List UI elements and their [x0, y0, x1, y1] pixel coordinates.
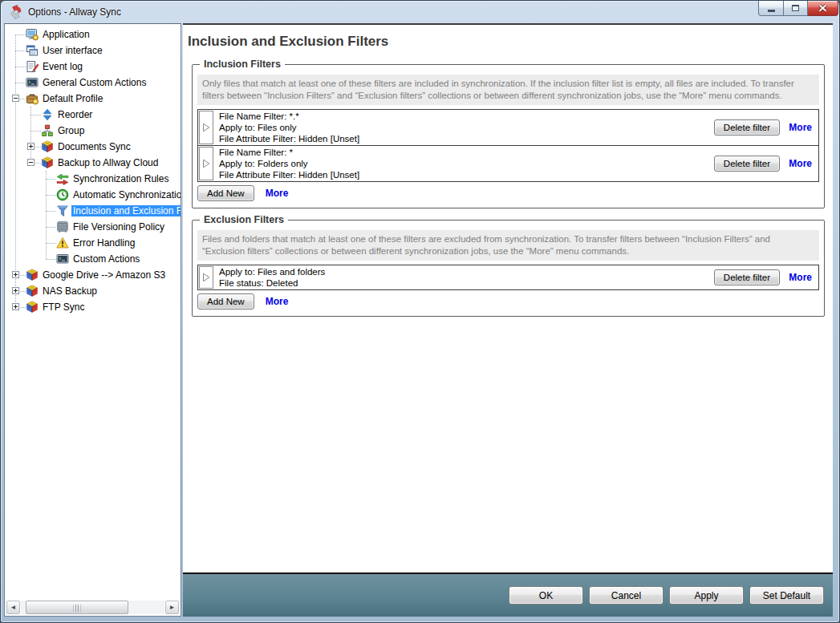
tree-connector [46, 211, 56, 212]
expander-plus-icon[interactable] [12, 287, 19, 294]
console-icon [26, 76, 39, 89]
tree-item-synchronization-rules[interactable]: Synchronization Rules [5, 171, 181, 187]
delete-filter-button[interactable]: Delete filter [714, 269, 780, 285]
apply-button[interactable]: Apply [669, 586, 744, 605]
tree-connector [15, 34, 26, 35]
add-row: Add NewMore [197, 185, 819, 201]
filter-detail-line: File Attribute Filter: Hidden [Unset] [219, 169, 698, 180]
clock-icon [56, 188, 69, 201]
tree-item-inclusion-and-exclusion-filters[interactable]: Inclusion and Exclusion Filters [5, 203, 181, 219]
more-link[interactable]: More [266, 296, 289, 307]
expander-plus-icon[interactable] [12, 271, 19, 278]
sync-arrows-icon [56, 172, 69, 185]
cube-icon [26, 301, 39, 314]
tree-item-custom-actions[interactable]: Custom Actions [5, 251, 181, 267]
set-default-button[interactable]: Set Default [749, 586, 824, 605]
window-title: Options - Allway Sync [28, 6, 121, 18]
more-link[interactable]: More [789, 272, 812, 283]
options-window: Options - Allway Sync ApplicationUser in… [0, 0, 840, 623]
tree-item-event-log[interactable]: Event log [5, 59, 181, 75]
maximize-button[interactable] [784, 1, 808, 16]
add-new-button[interactable]: Add New [197, 293, 254, 309]
tree-item-label: NAS Backup [41, 285, 99, 297]
footer-button-band: OKCancelApplySet Default [183, 572, 833, 617]
page-title: Inclusion and Exclusion Filters [188, 34, 826, 50]
expand-triangle-icon[interactable] [199, 111, 213, 144]
ok-button[interactable]: OK [509, 586, 583, 605]
tree-item-default-profile[interactable]: Default Profile [5, 91, 181, 107]
tree-item-label: Event log [41, 61, 84, 72]
delete-filter-button[interactable]: Delete filter [714, 119, 780, 136]
filter-item[interactable]: Apply to: Files and foldersFile status: … [197, 265, 819, 290]
delete-filter-button[interactable]: Delete filter [714, 156, 780, 172]
maximize-icon [792, 5, 799, 11]
add-new-button[interactable]: Add New [197, 185, 254, 201]
tree-item-application[interactable]: Application [5, 26, 181, 42]
tree-item-documents-sync[interactable]: Documents Sync [5, 139, 181, 155]
expander-minus-icon[interactable] [12, 95, 19, 102]
tree-item-ftp-sync[interactable]: FTP Sync [5, 299, 181, 315]
minimize-icon [768, 10, 775, 12]
section-description: Only files that match at least one of th… [197, 75, 819, 105]
expander-minus-icon[interactable] [27, 159, 34, 166]
tree-item-label: General Custom Actions [41, 77, 148, 88]
tree-item-error-handling[interactable]: Error Handling [5, 235, 181, 251]
section-description: Files and folders that match at least on… [197, 230, 819, 261]
tree-connector [46, 259, 56, 260]
filter-detail-line: File status: Deleted [219, 277, 698, 289]
cube-icon [26, 285, 39, 297]
filter-item[interactable]: File Name Filter: *.*Apply to: Files onl… [197, 109, 819, 146]
tree-item-nas-backup[interactable]: NAS Backup [5, 283, 181, 299]
event-log-icon [26, 60, 39, 73]
tree-item-user-interface[interactable]: User interface [5, 42, 181, 59]
tree-connector [46, 179, 56, 180]
allway-sync-logo-icon [9, 5, 23, 19]
group-inclusion-filters: Inclusion FiltersOnly files that match a… [192, 64, 825, 208]
more-link[interactable]: More [789, 158, 812, 169]
cube-icon [26, 269, 39, 281]
cancel-button[interactable]: Cancel [589, 586, 663, 605]
tree-connector [46, 227, 56, 228]
tree-item-label: Reorder [56, 109, 94, 120]
tree-item-label: Synchronization Rules [71, 173, 170, 184]
more-link[interactable]: More [266, 188, 289, 199]
options-tree: ApplicationUser interfaceEvent logGenera… [5, 24, 181, 315]
tree-item-google-drive-amazon-s3[interactable]: Google Drive --> Amazon S3 [5, 267, 181, 283]
tree-item-backup-to-allway-cloud[interactable]: Backup to Allway Cloud [5, 155, 181, 171]
tree-item-group[interactable]: Group [5, 123, 181, 139]
tree-item-general-custom-actions[interactable]: General Custom Actions [5, 75, 181, 91]
tree-item-reorder[interactable]: Reorder [5, 107, 181, 123]
filter-detail-line: File Name Filter: * [219, 147, 698, 158]
expand-triangle-icon[interactable] [199, 147, 213, 180]
add-row: Add NewMore [197, 293, 819, 309]
tree-item-label: Application [41, 29, 91, 40]
tree-item-automatic-synchronization[interactable]: Automatic Synchronization [5, 187, 181, 203]
close-button[interactable] [808, 1, 838, 16]
expander-plus-icon[interactable] [12, 303, 19, 310]
filter-item[interactable]: File Name Filter: *Apply to: Folders onl… [197, 145, 819, 182]
filter-detail-line: File Name Filter: *.* [219, 111, 698, 122]
tree-horizontal-scrollbar[interactable]: ◄ ► [6, 601, 179, 614]
expander-plus-icon[interactable] [27, 143, 34, 150]
scrollbar-track[interactable] [21, 601, 164, 614]
close-icon [818, 4, 827, 12]
titlebar[interactable]: Options - Allway Sync [1, 1, 839, 23]
tree-item-label: Default Profile [41, 93, 104, 104]
tree-item-label: Backup to Allway Cloud [56, 157, 160, 168]
tree-item-label: Automatic Synchronization [71, 189, 181, 200]
scroll-left-button[interactable]: ◄ [6, 601, 20, 614]
scrollbar-thumb[interactable] [26, 601, 128, 614]
group-legend: Inclusion Filters [200, 59, 285, 70]
tree-connector [46, 195, 56, 196]
tree-connector [46, 243, 56, 244]
expand-triangle-icon[interactable] [199, 266, 213, 289]
minimize-button[interactable] [758, 1, 784, 16]
more-link[interactable]: More [789, 122, 812, 133]
console-icon [56, 253, 69, 265]
tree-connector [15, 83, 26, 83]
tree-item-file-versioning-policy[interactable]: File Versioning Policy [5, 219, 181, 235]
scroll-right-button[interactable]: ► [165, 601, 179, 614]
scrollbar-grip-icon [74, 605, 81, 612]
tree-item-label: Inclusion and Exclusion Filters [71, 205, 181, 216]
tree-item-label: Custom Actions [71, 253, 141, 265]
